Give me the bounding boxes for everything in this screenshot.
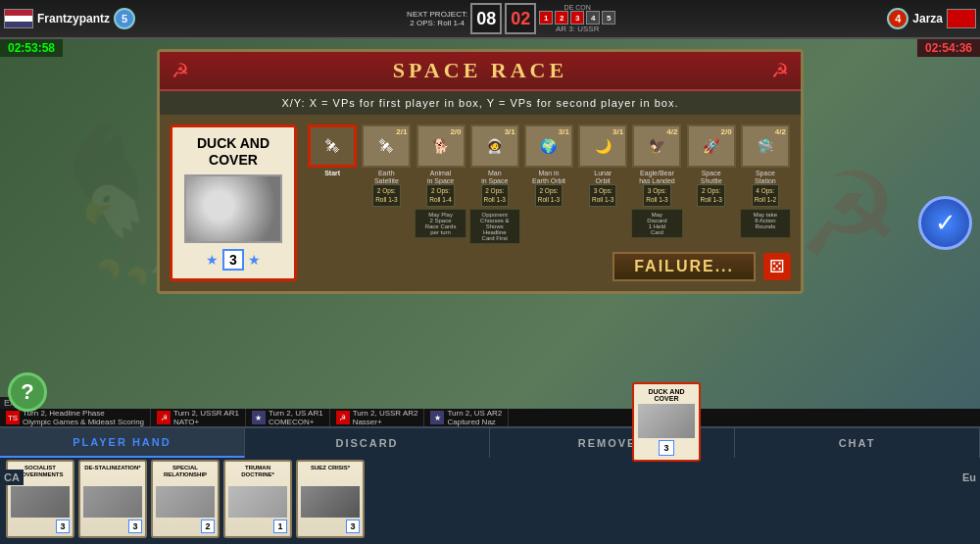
track-icon-animal-space[interactable]: 2/0 🐕	[416, 124, 466, 168]
player-left-name: Frantzypantz	[37, 12, 110, 25]
small-card-title: DUCK AND COVER	[638, 388, 695, 402]
track-label-start: Start	[324, 170, 340, 177]
hand-card-4-title: TRUMAN DOCTRINE*	[228, 465, 287, 484]
track-icon-shuttle[interactable]: 2/0 🚀	[687, 124, 736, 168]
eu-region-label: Eu	[958, 470, 980, 485]
modal-subtitle: X/Y: X = VPs for first player in box, Y …	[160, 91, 801, 115]
log-section-us-ar2: ★ Turn 2, US AR2Captured Naz	[424, 409, 509, 426]
earth-satellite-icon: 🛰	[379, 138, 393, 154]
decon-label: DE CON	[564, 4, 591, 11]
hand-card-1-num: 3	[56, 519, 70, 533]
player-left: Frantzypantz 5	[0, 8, 135, 29]
gamelog-icon: TS	[6, 411, 20, 424]
track-label-lunar-orbit: LunarOrbit	[594, 170, 612, 184]
decon-dots: 1 2 3 4 5	[539, 11, 615, 25]
log-entry-5: Turn 2, US AR2Captured Naz	[447, 409, 502, 426]
small-card-number: 3	[659, 440, 674, 456]
center-top: NEXT PROJECT: 2 OPS: Roll 1-4 08 02 DE C…	[407, 3, 615, 34]
track-special-landed: MayDiscard1 HeldCard	[631, 209, 682, 238]
player-right: 4 Jarza	[887, 8, 980, 29]
man-space-icon: 🧑‍🚀	[486, 138, 503, 154]
hand-card-4-bottom: 1	[228, 519, 287, 533]
die-face-icon: ⚄	[769, 256, 785, 277]
score-ar: 02	[505, 3, 536, 34]
ussr-ar2-icon: ☭	[336, 411, 350, 424]
hand-card-5-bottom: 3	[301, 519, 360, 533]
track-ops-earth-orbit: 2 Ops:Roll 1-3	[535, 184, 563, 207]
log-entry-3: Turn 2, US AR1COMECON+	[269, 409, 323, 426]
track-label-station: SpaceStation	[755, 170, 776, 184]
track-box-shuttle: 2/0 🚀 SpaceShuttle 2 Ops:Roll 1-3	[686, 124, 737, 207]
decon-box: DE CON 1 2 3 4 5 AR 3: USSR	[539, 4, 615, 33]
hand-card-5[interactable]: SUEZ CRISIS* 3	[296, 460, 365, 538]
track-icon-start[interactable]: 🛰	[308, 124, 357, 168]
decon-dot-4: 4	[586, 11, 600, 25]
track-icon-earth-satellite[interactable]: 2/1 🛰	[362, 124, 411, 168]
hand-card-2-image	[83, 486, 142, 518]
decon-dot-5: 5	[602, 11, 615, 25]
ca-region-label: CA	[0, 470, 24, 485]
hand-card-5-title: SUEZ CRISIS*	[301, 465, 360, 484]
hand-card-5-num: 3	[346, 519, 360, 533]
tab-discard[interactable]: DISCARD	[245, 428, 490, 458]
hand-card-3[interactable]: SPECIAL RELATIONSHIP 2	[151, 460, 220, 538]
track-label-animal-space: Animalin Space	[427, 170, 454, 184]
hand-card-3-bottom: 2	[156, 519, 215, 533]
track-icon-man-space[interactable]: 3/1 🧑‍🚀	[470, 124, 519, 168]
log-entry-2: Turn 2, USSR AR1NATO+	[173, 409, 239, 426]
track-label-shuttle: SpaceShuttle	[701, 170, 722, 184]
next-project-label: NEXT PROJECT: 2 OPS: Roll 1-4	[407, 10, 467, 27]
lunar-orbit-icon: 🌙	[595, 138, 612, 154]
bottom-bar: PLAYER HAND DISCARD REMOVED CHAT SOCIALI…	[0, 426, 980, 544]
track-boxes: 🛰 Start 2/1 🛰 EarthSatellite 2 Ops:Roll …	[307, 124, 791, 244]
track-label-earth-satellite: EarthSatellite	[374, 170, 399, 184]
tab-chat[interactable]: CHAT	[735, 428, 980, 458]
hand-card-1-bottom: 3	[11, 519, 70, 533]
track-icon-station[interactable]: 4/2 🛸	[741, 124, 790, 168]
star-1-icon: ★	[206, 252, 219, 268]
hand-card-4[interactable]: TRUMAN DOCTRINE* 1	[223, 460, 292, 538]
hand-card-4-num: 1	[273, 519, 287, 533]
earth-orbit-icon: 🌍	[540, 138, 557, 154]
help-button[interactable]: ?	[8, 372, 47, 412]
game-log-bar: TS Turn 2, Headline PhaseOlympic Games &…	[0, 409, 980, 426]
hand-card-3-title: SPECIAL RELATIONSHIP	[156, 465, 215, 484]
top-bar: Frantzypantz 5 NEXT PROJECT: 2 OPS: Roll…	[0, 0, 980, 39]
hand-card-3-num: 2	[201, 519, 215, 533]
track-box-start: 🛰 Start	[307, 124, 358, 177]
failure-button[interactable]: FAILURE...	[612, 252, 756, 281]
score-ops: 08	[470, 3, 502, 34]
track-ops-landed: 3 Ops:Roll 1-3	[643, 184, 670, 207]
star-2-icon: ★	[248, 252, 261, 268]
failure-die: ⚄	[763, 253, 791, 280]
track-box-landed: 4/2 🦅 Eagle/Bearhas Landed 3 Ops:Roll 1-…	[631, 124, 682, 238]
track-ops-man-space: 2 Ops:Roll 1-3	[481, 184, 509, 207]
tab-player-hand[interactable]: PLAYER HAND	[0, 428, 245, 458]
hand-card-3-image	[156, 486, 215, 518]
log-section-gamelog: TS Turn 2, Headline PhaseOlympic Games &…	[0, 409, 151, 426]
log-entry-1: Turn 2, Headline PhaseOlympic Games & Mi…	[23, 409, 144, 426]
hand-card-2[interactable]: DE-STALINIZATION* 3	[78, 460, 147, 538]
track-label-man-space: Manin Space	[481, 170, 508, 184]
track-vp-station: 4/2	[775, 127, 786, 136]
space-race-modal: ☭ SPACE RACE ☭ X/Y: X = VPs for first pl…	[157, 49, 804, 294]
track-vp-man-space: 3/1	[505, 127, 515, 136]
us-ar1-icon: ★	[252, 411, 266, 424]
decon-dot-2: 2	[555, 11, 568, 25]
small-duck-cover-card[interactable]: DUCK AND COVER 3	[632, 382, 701, 462]
landed-icon: 🦅	[649, 138, 665, 154]
track-vp-shuttle: 2/0	[721, 127, 732, 136]
log-section-ussr-ar1: ☭ Turn 2, USSR AR1NATO+	[151, 409, 246, 426]
duck-cover-card[interactable]: DUCK AND COVER ★ 3 ★	[170, 124, 297, 281]
us-flag	[4, 9, 33, 28]
confirm-button[interactable]: ✓	[918, 196, 972, 250]
track-icon-lunar-orbit[interactable]: 3/1 🌙	[578, 124, 627, 168]
track-icon-earth-orbit[interactable]: 3/1 🌍	[524, 124, 573, 168]
duck-card-image	[184, 174, 282, 243]
decon-dot-3: 3	[570, 11, 584, 25]
card-number-badge: 3	[222, 249, 244, 271]
decon-dot-1: 1	[539, 11, 553, 25]
track-icon-landed[interactable]: 4/2 🦅	[632, 124, 681, 168]
us-ar2-icon: ★	[430, 411, 444, 424]
hand-card-2-title: DE-STALINIZATION*	[83, 465, 142, 484]
